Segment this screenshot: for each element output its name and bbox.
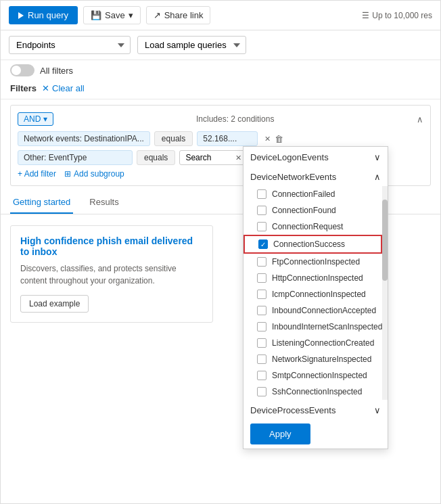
- event-type-dropdown: DeviceLogonEvents ∨ DeviceNetworkEvents …: [243, 146, 388, 449]
- checkbox-listeningconnection[interactable]: [257, 338, 266, 348]
- toolbar: Run query 💾 Save ▾ ↗ Share link ☰ Up to …: [1, 1, 440, 30]
- share-link-button[interactable]: ↗ Share link: [146, 6, 211, 24]
- checkbox-sshconnection[interactable]: [257, 387, 266, 396]
- condition-search-value-2[interactable]: ✕: [179, 150, 248, 165]
- filters-bar: Filters ✕ Clear all: [1, 81, 440, 99]
- scrollbar-track[interactable]: [382, 186, 388, 400]
- subgroup-icon: ⊞: [64, 169, 71, 179]
- remove-condition-1-icon[interactable]: ✕: [264, 135, 271, 143]
- device-logon-events-label: DeviceLogonEvents: [250, 152, 329, 162]
- add-filter-label: + Add filter: [18, 169, 56, 179]
- checkbox-networksignature[interactable]: [257, 354, 266, 364]
- clear-search-icon[interactable]: ✕: [235, 154, 241, 162]
- checkbox-connectionrequest[interactable]: [257, 222, 266, 231]
- save-chevron-icon: ▾: [129, 10, 133, 20]
- dropdowns-row: Endpoints Load sample queries: [1, 30, 440, 60]
- network-chevron-up-icon: ∧: [374, 172, 381, 182]
- list-item[interactable]: FtpConnectionInspected: [243, 254, 382, 270]
- checkbox-connectionfound[interactable]: [257, 206, 266, 215]
- list-item[interactable]: InboundConnectionAccepted: [243, 302, 382, 319]
- content-card: High confidence phish email delivered to…: [10, 225, 213, 323]
- save-icon: 💾: [91, 10, 101, 20]
- tab-getting-started[interactable]: Getting started: [10, 191, 73, 214]
- logon-chevron-down-icon: ∨: [374, 152, 381, 162]
- checkbox-inboundconnection[interactable]: [257, 306, 266, 315]
- tab-results[interactable]: Results: [87, 191, 121, 214]
- save-button[interactable]: 💾 Save ▾: [83, 6, 141, 24]
- condition-operator-1[interactable]: equals: [154, 131, 193, 146]
- conditions-header: AND ▾ Includes: 2 conditions ∧: [18, 112, 423, 126]
- and-label: AND: [24, 114, 41, 124]
- close-icon: ✕: [42, 83, 49, 93]
- list-item[interactable]: HttpConnectionInspected: [243, 270, 382, 286]
- all-filters-toggle[interactable]: [10, 64, 34, 76]
- condition-value-1: 52.168....: [197, 131, 258, 146]
- list-item[interactable]: ConnectionFailed: [243, 186, 382, 202]
- collapse-icon[interactable]: ∧: [417, 114, 423, 124]
- share-link-label: Share link: [164, 10, 204, 20]
- device-network-events-label: DeviceNetworkEvents: [250, 172, 336, 182]
- checkbox-smtpconnection[interactable]: [257, 371, 266, 380]
- device-network-events-header[interactable]: DeviceNetworkEvents ∧: [243, 166, 388, 186]
- scrollbar-thumb[interactable]: [382, 200, 388, 281]
- add-subgroup-button[interactable]: ⊞ Add subgroup: [64, 169, 124, 179]
- clear-all-button[interactable]: ✕ Clear all: [42, 83, 85, 93]
- list-icon: ☰: [362, 11, 369, 20]
- checkbox-icmpconnection[interactable]: [257, 290, 266, 299]
- load-example-button[interactable]: Load example: [20, 295, 89, 313]
- device-process-events-label: DeviceProcessEvents: [250, 405, 335, 415]
- list-item[interactable]: ConnectionFound: [243, 202, 382, 219]
- toggle-row: All filters: [1, 60, 440, 81]
- filters-label: Filters: [10, 83, 37, 93]
- condition-row-1: Network events: DestinationIPA... equals…: [18, 131, 423, 146]
- list-item[interactable]: SshConnectionInspected: [243, 384, 382, 400]
- delete-condition-1-icon[interactable]: 🗑: [275, 134, 283, 144]
- device-logon-events-header[interactable]: DeviceLogonEvents ∨: [243, 147, 388, 166]
- share-icon: ↗: [154, 10, 161, 20]
- results-hint-text: Up to 10,000 res: [372, 11, 432, 20]
- apply-button[interactable]: Apply: [250, 423, 310, 444]
- list-item[interactable]: IcmpConnectionInspected: [243, 286, 382, 302]
- list-item[interactable]: ListeningConnectionCreated: [243, 335, 382, 351]
- sample-queries-dropdown[interactable]: Load sample queries: [137, 36, 246, 54]
- and-chevron-icon: ▾: [43, 114, 47, 124]
- results-hint: ☰ Up to 10,000 res: [362, 11, 432, 20]
- and-badge[interactable]: AND ▾: [18, 112, 53, 126]
- add-filter-button[interactable]: + Add filter: [18, 169, 56, 179]
- checkbox-httpconnection[interactable]: [257, 273, 266, 283]
- checkbox-ftpconnection[interactable]: [257, 257, 266, 267]
- play-icon: [18, 12, 24, 19]
- list-item[interactable]: InboundInternetScanInspected: [243, 319, 382, 335]
- includes-text: Includes: 2 conditions: [196, 114, 274, 124]
- list-item[interactable]: NetworkSignatureInspected: [243, 351, 382, 367]
- condition-operator-2[interactable]: equals: [137, 150, 175, 165]
- endpoints-dropdown[interactable]: Endpoints: [9, 36, 131, 54]
- checkbox-connectionsuccess[interactable]: [258, 239, 268, 249]
- condition-field-2[interactable]: Other: EventType: [18, 150, 133, 165]
- main-container: Run query 💾 Save ▾ ↗ Share link ☰ Up to …: [0, 0, 441, 504]
- card-title[interactable]: High confidence phish email delivered to…: [20, 235, 203, 257]
- condition-field-1[interactable]: Network events: DestinationIPA...: [18, 131, 150, 146]
- toggle-label: All filters: [40, 66, 73, 76]
- list-item[interactable]: SmtpConnectionInspected: [243, 367, 382, 384]
- device-process-events-header[interactable]: DeviceProcessEvents ∨: [243, 400, 388, 419]
- list-item[interactable]: ConnectionRequest: [243, 219, 382, 235]
- save-label: Save: [105, 10, 125, 20]
- clear-all-label: Clear all: [52, 83, 85, 93]
- run-query-button[interactable]: Run query: [9, 6, 78, 24]
- run-query-label: Run query: [28, 10, 68, 20]
- process-chevron-down-icon: ∨: [374, 405, 381, 415]
- search-input[interactable]: [185, 153, 233, 162]
- checkbox-connectionfailed[interactable]: [257, 189, 266, 199]
- add-subgroup-label: Add subgroup: [74, 169, 124, 179]
- checkbox-inboundinternet[interactable]: [257, 322, 266, 331]
- device-network-events-items: ConnectionFailed ConnectionFound Connect…: [243, 186, 388, 400]
- list-item-connectionsuccess[interactable]: ConnectionSuccess: [243, 235, 382, 254]
- card-desc: Discovers, classifies, and protects sens…: [20, 262, 203, 287]
